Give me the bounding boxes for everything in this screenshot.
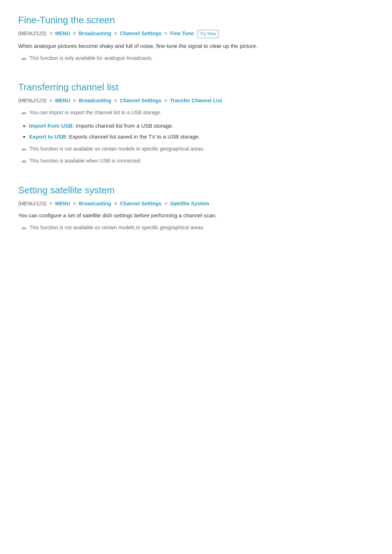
- fine-tuning-note-1: ✏ This function is only available for an…: [22, 54, 374, 64]
- breadcrumb-menu-ref-2: (MENU/123): [18, 98, 46, 103]
- list-item: Import from USB: Imports channel list fr…: [29, 122, 374, 130]
- breadcrumb-menu-ref: (MENU/123): [18, 30, 46, 36]
- breadcrumb-transfer-link[interactable]: Transfer Channel List: [170, 98, 222, 103]
- breadcrumb-channel-settings-link-3[interactable]: Channel Settings: [120, 201, 161, 206]
- transferring-note-top-text: You can import or export the channel lis…: [29, 108, 162, 116]
- breadcrumb-channel-settings-link-2[interactable]: Channel Settings: [120, 98, 161, 103]
- chevron-icon-9: >: [49, 201, 54, 206]
- breadcrumb-channel-settings-link[interactable]: Channel Settings: [120, 30, 161, 36]
- note-icon-5: ✏: [22, 224, 26, 233]
- breadcrumb-menu-link-2[interactable]: MENU: [55, 98, 70, 103]
- note-icon-4: ✏: [22, 157, 26, 167]
- chevron-icon-2: >: [73, 30, 77, 36]
- import-from-usb-link[interactable]: Import from USB: [29, 123, 73, 129]
- fine-tuning-main-text: When analogue pictures become shaky and …: [18, 42, 374, 50]
- breadcrumb-satellite: (MENU/123) > MENU > Broadcasting > Chann…: [18, 200, 374, 208]
- export-to-usb-link[interactable]: Export to USB: [29, 134, 66, 140]
- chevron-icon-11: >: [114, 201, 118, 206]
- import-from-usb-text: : Imports channel list from a USB storag…: [73, 123, 173, 129]
- breadcrumb-fine-tune-link[interactable]: Fine Tune: [170, 30, 194, 36]
- satellite-note-text-1: This function is not available on certai…: [29, 223, 205, 231]
- chevron-icon-8: >: [164, 98, 169, 103]
- breadcrumb-broadcasting-link-3[interactable]: Broadcasting: [79, 201, 111, 206]
- breadcrumb-menu-link[interactable]: MENU: [55, 30, 70, 36]
- transferring-note-bottom-1: ✏ This function is not available on cert…: [22, 145, 374, 155]
- chevron-icon-7: >: [114, 98, 118, 103]
- section-title-transferring: Transferring channel list: [18, 82, 374, 93]
- breadcrumb-broadcasting-link-2[interactable]: Broadcasting: [79, 98, 111, 103]
- note-icon-1: ✏: [22, 54, 26, 64]
- list-item: Export to USB: Exports channel list save…: [29, 132, 374, 141]
- section-title-satellite: Setting satellite system: [18, 185, 374, 196]
- transferring-note-top-1: ✏ You can import or export the channel l…: [22, 108, 374, 118]
- transferring-note-bottom-text-2: This function is available when USB is c…: [29, 157, 142, 165]
- chevron-icon-6: >: [73, 98, 77, 103]
- chevron-icon-12: >: [164, 201, 169, 206]
- note-icon-3: ✏: [22, 145, 26, 155]
- breadcrumb-menu-link-3[interactable]: MENU: [55, 201, 70, 206]
- breadcrumb-broadcasting-link[interactable]: Broadcasting: [79, 30, 111, 36]
- chevron-icon-10: >: [73, 201, 77, 206]
- satellite-main-text: You can configure a set of satellite dis…: [18, 211, 374, 220]
- transferring-note-bottom-text-1: This function is not available on certai…: [29, 145, 205, 153]
- satellite-note-1: ✏ This function is not available on cert…: [22, 223, 374, 233]
- section-title-fine-tuning: Fine-Tuning the screen: [18, 15, 374, 26]
- chevron-icon-3: >: [114, 30, 118, 36]
- section-transferring: Transferring channel list (MENU/123) > M…: [18, 82, 374, 166]
- section-satellite: Setting satellite system (MENU/123) > ME…: [18, 185, 374, 233]
- section-fine-tuning: Fine-Tuning the screen (MENU/123) > MENU…: [18, 15, 374, 63]
- breadcrumb-menu-ref-3: (MENU/123): [18, 201, 46, 206]
- try-now-badge[interactable]: Try Now: [197, 30, 219, 38]
- transferring-note-bottom-2: ✏ This function is available when USB is…: [22, 157, 374, 167]
- note-icon-2: ✏: [22, 109, 26, 118]
- chevron-icon-1: >: [49, 30, 54, 36]
- breadcrumb-fine-tuning: (MENU/123) > MENU > Broadcasting > Chann…: [18, 29, 374, 38]
- breadcrumb-satellite-system-link[interactable]: Satellite System: [170, 201, 209, 206]
- fine-tuning-note-text-1: This function is only available for anal…: [29, 54, 153, 62]
- transferring-bullet-list: Import from USB: Imports channel list fr…: [29, 122, 374, 141]
- export-to-usb-text: : Exports channel list saved in the TV t…: [66, 134, 200, 140]
- breadcrumb-transferring: (MENU/123) > MENU > Broadcasting > Chann…: [18, 97, 374, 104]
- chevron-icon-4: >: [164, 30, 169, 36]
- chevron-icon-5: >: [49, 98, 54, 103]
